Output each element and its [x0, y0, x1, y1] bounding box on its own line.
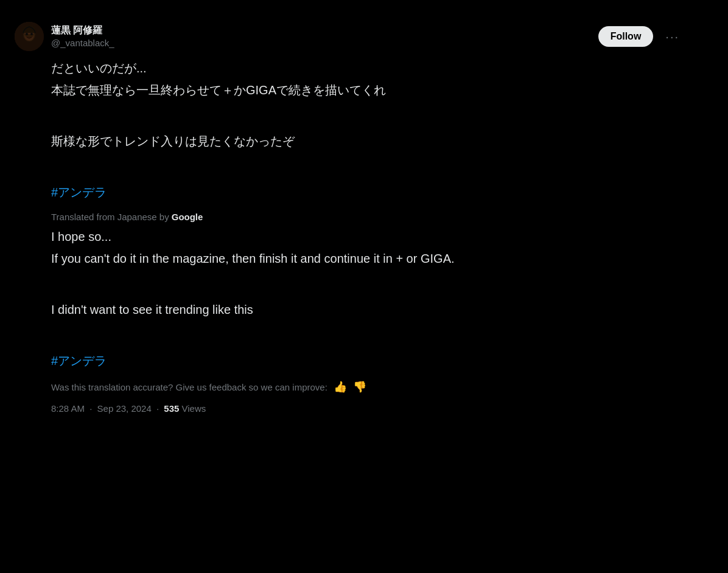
translated-text: I hope so... If you can't do it in the m…	[51, 227, 684, 370]
tweet-card: 蓮黒 阿修羅 @_vantablack_ Follow ··· だといいのだが.…	[15, 12, 684, 423]
original-blank-2	[51, 153, 684, 173]
svg-point-3	[26, 33, 28, 35]
translated-line-2: If you can't do it in the magazine, then…	[51, 249, 684, 268]
tweet-header-left: 蓮黒 阿修羅 @_vantablack_	[15, 22, 114, 51]
original-blank-1	[51, 102, 684, 122]
thumbs-up-icon[interactable]: 👍	[334, 380, 347, 394]
views-label: Views	[182, 403, 206, 414]
translated-hashtag-link[interactable]: #アンデラ	[51, 354, 107, 367]
translated-line-1: I hope so...	[51, 227, 684, 246]
original-hashtag[interactable]: #アンデラ	[51, 182, 684, 202]
display-name[interactable]: 蓮黒 阿修羅	[51, 24, 114, 37]
feedback-text: Was this translation accurate? Give us f…	[51, 382, 327, 392]
translated-blank-2	[51, 322, 684, 341]
more-options-button[interactable]: ···	[660, 27, 684, 46]
svg-point-4	[30, 33, 33, 35]
tweet-meta: 8:28 AM · Sep 23, 2024 · 535 Views	[51, 403, 684, 414]
timestamp: 8:28 AM	[51, 403, 85, 414]
tweet-header-right: Follow ···	[598, 26, 684, 47]
original-text: だといいのだが... 本誌で無理なら一旦終わらせて＋かGIGAで続きを描いてくれ…	[51, 58, 684, 202]
feedback-row: Was this translation accurate? Give us f…	[51, 380, 684, 394]
tweet-header: 蓮黒 阿修羅 @_vantablack_ Follow ···	[15, 22, 684, 51]
avatar[interactable]	[15, 22, 44, 51]
tweet-body: だといいのだが... 本誌で無理なら一旦終わらせて＋かGIGAで続きを描いてくれ…	[51, 58, 684, 414]
user-info: 蓮黒 阿修羅 @_vantablack_	[51, 24, 114, 49]
thumbs-down-icon[interactable]: 👎	[353, 380, 366, 394]
views-count: 535	[164, 403, 179, 414]
translation-label-prefix: Translated from Japanese by	[51, 212, 169, 222]
translation-brand: Google	[172, 212, 203, 222]
meta-dot-2: ·	[156, 403, 159, 414]
translated-line-3: I didn't want to see it trending like th…	[51, 300, 684, 319]
original-line-3: 斯様な形でトレンド入りは見たくなかったぞ	[51, 131, 684, 151]
follow-button[interactable]: Follow	[598, 26, 654, 47]
original-line-2: 本誌で無理なら一旦終わらせて＋かGIGAで続きを描いてくれ	[51, 80, 684, 100]
username[interactable]: @_vantablack_	[51, 37, 114, 49]
translated-blank-1	[51, 271, 684, 290]
original-line-1: だといいのだが...	[51, 58, 684, 78]
translation-label: Translated from Japanese by Google	[51, 212, 684, 222]
original-hashtag-link[interactable]: #アンデラ	[51, 186, 107, 199]
date: Sep 23, 2024	[97, 403, 152, 414]
meta-dot-1: ·	[89, 403, 92, 414]
translated-hashtag[interactable]: #アンデラ	[51, 351, 684, 370]
